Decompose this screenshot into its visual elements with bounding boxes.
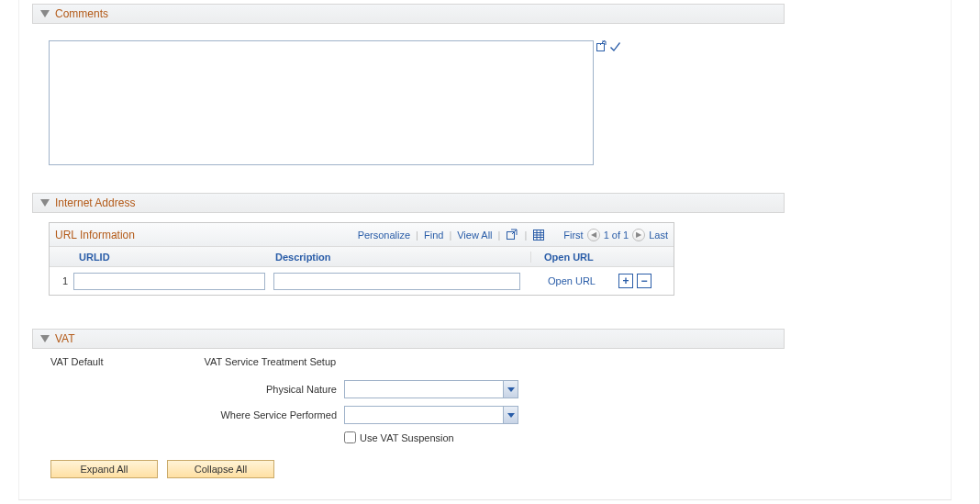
prev-icon[interactable]: ◀ — [587, 229, 600, 241]
open-url-link[interactable]: Open URL — [548, 275, 596, 286]
internet-address-section-header[interactable]: Internet Address — [32, 193, 785, 213]
collapse-icon — [40, 335, 50, 342]
popout-icon[interactable] — [596, 40, 607, 52]
collapse-icon — [40, 199, 50, 207]
where-service-performed-select[interactable] — [344, 406, 518, 424]
next-icon[interactable]: ▶ — [632, 229, 645, 241]
collapse-icon — [40, 10, 50, 17]
vat-default-link[interactable]: VAT Default — [50, 356, 103, 367]
vat-section-title: VAT — [55, 332, 75, 345]
internet-address-section-title: Internet Address — [55, 196, 135, 209]
expand-all-button[interactable]: Expand All — [50, 460, 158, 478]
row-number: 1 — [50, 267, 73, 295]
url-grid-caption: URL Information — [55, 229, 135, 241]
delete-row-button[interactable]: − — [637, 274, 651, 288]
use-vat-suspension-checkbox[interactable] — [344, 431, 356, 443]
vat-service-treatment-link[interactable]: VAT Service Treatment Setup — [204, 356, 336, 367]
grid-nav-count: 1 of 1 — [604, 230, 629, 241]
find-link[interactable]: Find — [424, 230, 443, 241]
add-row-button[interactable]: + — [618, 274, 633, 288]
urlid-input[interactable] — [73, 273, 265, 290]
col-header-description[interactable]: Description — [273, 252, 530, 263]
personalize-link[interactable]: Personalize — [358, 230, 410, 241]
zoom-icon[interactable] — [506, 229, 518, 241]
table-row: 1 Open URL + − — [50, 267, 674, 295]
col-header-urlid[interactable]: URLID — [73, 252, 273, 263]
comments-section-header[interactable]: Comments — [32, 4, 785, 24]
physical-nature-select[interactable] — [344, 380, 518, 398]
comments-textarea[interactable] — [49, 40, 594, 165]
where-service-performed-label: Where Service Performed — [50, 409, 344, 420]
physical-nature-label: Physical Nature — [50, 384, 344, 395]
description-input[interactable] — [273, 273, 520, 290]
spellcheck-icon[interactable] — [609, 40, 621, 52]
col-header-open-url: Open URL — [530, 252, 613, 263]
download-icon[interactable] — [532, 229, 545, 241]
view-all-link[interactable]: View All — [457, 230, 492, 241]
url-information-grid: URL Information Personalize | Find | Vie… — [49, 222, 674, 296]
use-vat-suspension-label: Use VAT Suspension — [360, 432, 454, 443]
grid-nav-last[interactable]: Last — [649, 230, 668, 241]
grid-nav-first[interactable]: First — [563, 230, 583, 241]
collapse-all-button[interactable]: Collapse All — [167, 460, 274, 478]
comments-section-title: Comments — [55, 7, 108, 20]
vat-section-header[interactable]: VAT — [32, 329, 785, 349]
